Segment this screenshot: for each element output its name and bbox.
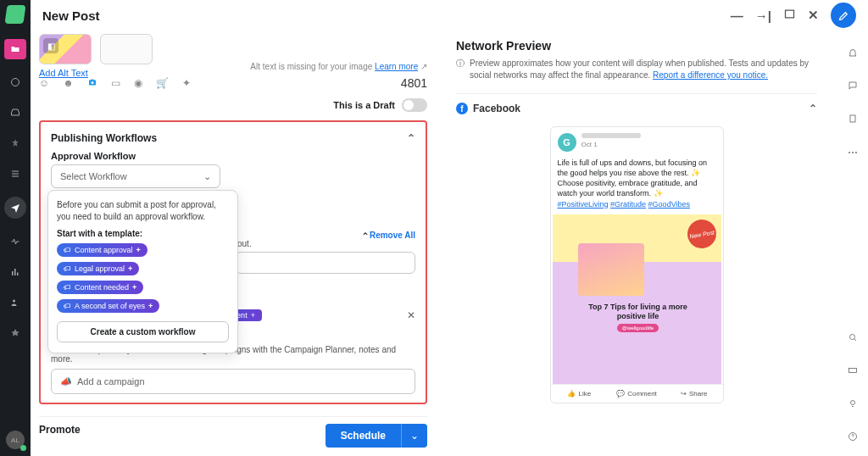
chevron-down-icon: ⌄ xyxy=(203,171,211,182)
chat-icon[interactable] xyxy=(848,81,858,93)
svg-rect-2 xyxy=(786,10,794,18)
media-overlay-icon: ◧ xyxy=(43,38,58,53)
alt-warning: Alt text is missing for your image Learn… xyxy=(39,62,427,71)
reaction-icon[interactable]: ☻ xyxy=(63,77,74,89)
svg-point-4 xyxy=(850,335,855,340)
gallery-icon[interactable]: ▭ xyxy=(111,77,120,89)
template-chip[interactable]: 🏷 A second set of eyes + xyxy=(57,299,159,313)
workflow-select[interactable]: Select Workflow⌄ xyxy=(51,164,220,188)
media-thumbnail[interactable]: ◧ xyxy=(39,34,92,64)
search-icon[interactable] xyxy=(848,332,858,345)
preview-date: Oct 1 xyxy=(581,141,641,148)
more-icon[interactable]: ⋯ xyxy=(848,147,858,158)
nav-people-icon[interactable] xyxy=(8,295,23,310)
hashtag-link[interactable]: #GoodVibes xyxy=(648,200,690,209)
bulb-icon[interactable] xyxy=(848,398,858,411)
nav-inbox-icon[interactable] xyxy=(8,105,23,120)
preview-handle: @wellgoodlife xyxy=(617,324,659,332)
preview-note: Preview approximates how your content wi… xyxy=(470,58,817,81)
info-icon: ⓘ xyxy=(456,58,465,81)
camera-icon[interactable] xyxy=(87,77,97,90)
hashtag-link[interactable]: #Gratitude xyxy=(610,200,646,209)
nav-pin-icon[interactable] xyxy=(8,136,23,151)
share-button[interactable]: ↪ Share xyxy=(665,385,723,403)
schedule-dropdown[interactable]: ⌄ xyxy=(401,424,427,448)
page-title: New Post xyxy=(42,8,100,23)
template-chip[interactable]: 🏷 Content approval + xyxy=(57,243,147,257)
nav-compass-icon[interactable] xyxy=(8,75,23,90)
template-label: Start with a template: xyxy=(57,229,229,238)
emoji-icon[interactable]: ☺ xyxy=(39,77,49,89)
chevron-up-icon[interactable]: ⌃ xyxy=(407,132,415,144)
approval-label: Approval Workflow xyxy=(51,151,415,161)
schedule-button[interactable]: Schedule xyxy=(326,424,401,448)
learn-more-link[interactable]: Learn more xyxy=(375,62,418,71)
nav-send-icon[interactable] xyxy=(4,197,26,219)
new-post-badge: New Post xyxy=(685,217,718,250)
preview-title: Network Preview xyxy=(456,39,817,53)
chevron-up-icon[interactable]: ⌃ xyxy=(809,103,817,114)
app-logo[interactable] xyxy=(4,5,25,24)
sparkle-icon[interactable]: ✦ xyxy=(182,77,191,89)
facebook-preview: G Oct 1 Life is full of ups and downs, b… xyxy=(550,126,724,403)
empty-input[interactable] xyxy=(236,252,415,274)
draft-toggle[interactable] xyxy=(402,98,427,112)
preview-photo xyxy=(578,243,644,296)
nav-bars-icon[interactable] xyxy=(8,264,23,280)
compose-fab[interactable] xyxy=(831,3,856,28)
clear-tags-icon[interactable]: ✕ xyxy=(407,309,415,321)
megaphone-icon: 📣 xyxy=(60,376,72,387)
preview-caption: Top 7 Tips for living a more positive li… xyxy=(575,303,702,321)
preview-body: Life is full of ups and downs, but focus… xyxy=(558,158,708,197)
nav-list-icon[interactable] xyxy=(8,166,23,181)
workflow-popover: Before you can submit a post for approva… xyxy=(47,190,238,353)
media-add-slot[interactable] xyxy=(100,34,153,64)
promote-title: Promote xyxy=(39,424,81,436)
network-name: Facebook xyxy=(473,103,520,114)
svg-rect-5 xyxy=(849,369,857,373)
facebook-icon: f xyxy=(456,103,468,114)
close-icon[interactable]: ✕ xyxy=(808,8,819,23)
location-icon[interactable]: ◉ xyxy=(134,77,142,89)
svg-point-8 xyxy=(91,81,93,84)
preview-avatar: G xyxy=(558,133,576,152)
nav-puzzle-icon[interactable] xyxy=(8,325,23,341)
window-icon[interactable] xyxy=(783,8,796,23)
svg-point-6 xyxy=(851,401,855,405)
section-chevron[interactable]: ⌃ xyxy=(361,231,370,242)
popover-text: Before you can submit a post for approva… xyxy=(57,199,229,222)
draft-label: This is a Draft xyxy=(333,100,395,110)
minimize-icon[interactable]: — xyxy=(731,8,743,23)
collapse-icon[interactable]: →| xyxy=(755,8,771,23)
create-workflow-button[interactable]: Create a custom workflow xyxy=(57,321,229,342)
preview-name-placeholder xyxy=(581,133,641,138)
svg-rect-3 xyxy=(850,115,855,122)
nav-pulse-icon[interactable] xyxy=(8,234,23,249)
cart-icon[interactable]: 🛒 xyxy=(156,77,169,89)
bell-icon[interactable] xyxy=(848,47,858,60)
add-campaign-input[interactable]: 📣Add a campaign xyxy=(51,369,415,394)
preview-image: New Post Top 7 Tips for living a more po… xyxy=(553,214,721,384)
hashtag-link[interactable]: #PositiveLiving xyxy=(558,200,609,209)
remove-all-link[interactable]: Remove All xyxy=(370,231,415,240)
truncated-text: out. xyxy=(237,239,415,248)
keyboard-icon[interactable] xyxy=(848,365,858,378)
help-icon[interactable] xyxy=(848,431,858,444)
like-button[interactable]: 👍 Like xyxy=(551,385,609,403)
comment-button[interactable]: 💬 Comment xyxy=(608,385,665,403)
template-chip[interactable]: 🏷 Content needed + xyxy=(57,281,143,294)
report-difference-link[interactable]: Report a difference you notice. xyxy=(653,70,768,80)
svg-point-1 xyxy=(13,300,15,303)
nav-folder-icon[interactable] xyxy=(4,39,26,59)
workflows-title: Publishing Workflows xyxy=(51,132,157,144)
bookmark-icon[interactable] xyxy=(848,114,858,126)
char-count: 4801 xyxy=(401,76,427,90)
user-avatar[interactable]: AL xyxy=(6,431,25,449)
template-chip[interactable]: 🏷 Legal approval + xyxy=(57,262,139,275)
svg-point-0 xyxy=(12,79,19,86)
